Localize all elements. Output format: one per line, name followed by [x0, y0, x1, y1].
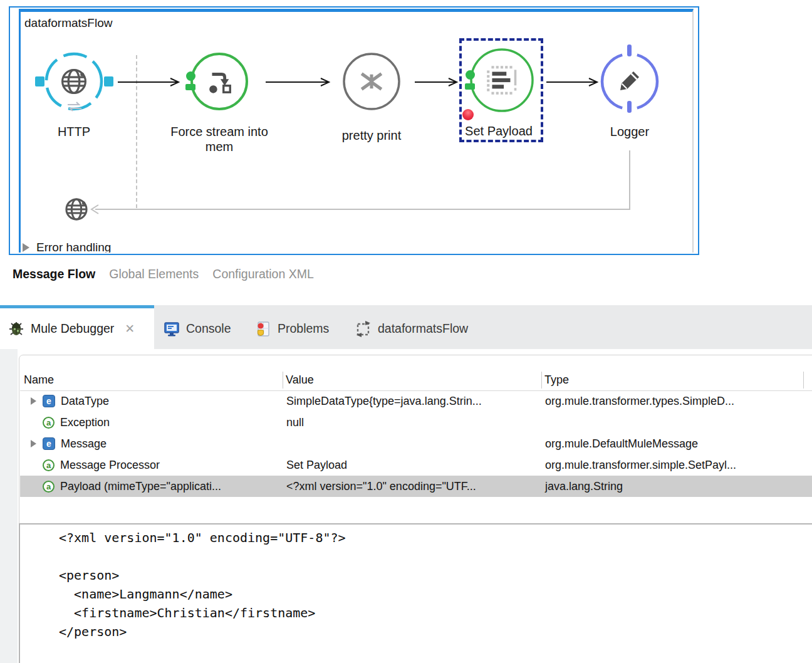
tab-label: Problems: [278, 321, 329, 336]
variable-value: null: [283, 416, 541, 429]
expander-icon[interactable]: [29, 397, 38, 405]
variable-name: Message Processor: [60, 459, 160, 472]
collapse-arrow-icon[interactable]: [23, 243, 29, 252]
cell-name: aMessage Processor: [20, 459, 283, 472]
column-header-type[interactable]: Type: [544, 373, 569, 387]
variable-name: Exception: [60, 416, 110, 429]
tab-label: Console: [186, 321, 231, 336]
pencil-icon: [616, 68, 643, 95]
column-divider[interactable]: [283, 372, 283, 389]
expander-icon[interactable]: [29, 439, 38, 448]
debugger-table-row[interactable]: eDataTypeSimpleDataType{type=java.lang.S…: [20, 390, 812, 412]
expander-spacer: [29, 461, 38, 469]
breakpoint-indicator[interactable]: [462, 109, 474, 120]
console-icon: [163, 320, 180, 338]
variable-value: <?xml version="1.0" encoding="UTF...: [283, 480, 541, 493]
tab-dataformatsflow[interactable]: dataformatsFlow: [355, 308, 468, 349]
column-header-value[interactable]: Value: [286, 373, 314, 387]
cell-name: eMessage: [20, 437, 283, 451]
request-response-icon: [65, 100, 84, 113]
column-divider[interactable]: [803, 372, 804, 389]
table-header: Name Value Type: [20, 370, 812, 391]
globe-icon: [59, 66, 89, 97]
inbound-connector-square: [185, 84, 195, 90]
node-label-pretty-print: pretty print: [332, 128, 411, 143]
tab-message-flow[interactable]: Message Flow: [13, 267, 95, 281]
tab-problems[interactable]: Problems: [254, 308, 329, 349]
cell-name: eDataType: [20, 395, 283, 408]
debugger-table-row[interactable]: aPayload (mimeType="applicati...<?xml ve…: [20, 476, 812, 497]
node-label-logger: Logger: [598, 124, 661, 139]
variable-value: SimpleDataType{type=java.lang.Strin...: [283, 395, 541, 408]
column-header-name[interactable]: Name: [24, 373, 54, 387]
node-label-http: HTTP: [43, 124, 105, 139]
node-label-set-payload: Set Payload: [459, 123, 538, 138]
tab-label: Mule Debugger: [31, 321, 114, 336]
tab-global-elements[interactable]: Global Elements: [109, 267, 199, 281]
flow-icon: [355, 320, 372, 338]
byte-stream-icon: [205, 67, 234, 96]
inbound-connector-square: [465, 83, 475, 90]
cell-name: aException: [20, 416, 283, 429]
tab-console[interactable]: Console: [163, 308, 231, 349]
flow-connector-arrow: [118, 77, 180, 87]
logger-bottom-notch: [627, 101, 632, 113]
close-icon[interactable]: ✕: [125, 321, 135, 336]
tab-configuration-xml[interactable]: Configuration XML: [212, 267, 314, 281]
problems-icon: [254, 320, 272, 338]
transformer-icon: [355, 65, 388, 98]
tab-mule-debugger[interactable]: Mule Debugger ✕: [0, 308, 154, 349]
attribute-type-icon: a: [43, 417, 55, 429]
flow-connector-arrow: [546, 77, 599, 87]
element-type-icon: e: [43, 437, 55, 450]
variable-type: org.mule.DefaultMuleMessage: [541, 437, 812, 451]
return-flow-line-horizontal: [95, 209, 630, 210]
return-flow-line-vertical: [629, 150, 630, 209]
bug-icon: [8, 320, 25, 338]
set-payload-icon: [484, 62, 520, 98]
variable-name: Message: [61, 437, 107, 451]
element-type-icon: e: [43, 395, 55, 407]
flow-connector-arrow: [415, 77, 459, 87]
node-label-force-stream: Force stream into mem: [160, 124, 279, 154]
cell-name: aPayload (mimeType="applicati...: [20, 480, 283, 493]
panel-left-gutter: [0, 349, 18, 663]
debugger-table-row[interactable]: eMessageorg.mule.DefaultMuleMessage: [20, 433, 812, 454]
payload-xml-code: <?xml version="1.0" encoding="UTF-8"?> <…: [20, 525, 812, 641]
flow-title: dataformatsFlow: [24, 16, 112, 30]
response-globe-icon: [63, 196, 90, 222]
column-divider[interactable]: [541, 372, 542, 389]
variable-type: java.lang.String: [541, 480, 812, 493]
expander-spacer: [29, 482, 38, 491]
http-right-port: [104, 76, 113, 86]
variable-type: org.mule.transformer.types.SimpleD...: [541, 395, 812, 408]
tab-label: dataformatsFlow: [378, 321, 468, 336]
editor-view-tabs: Message Flow Global Elements Configurati…: [13, 267, 314, 281]
error-handling-label: Error handling: [36, 241, 111, 253]
expander-spacer: [29, 418, 38, 427]
debugger-rows: eDataTypeSimpleDataType{type=java.lang.S…: [20, 390, 812, 497]
variable-name: Payload (mimeType="applicati...: [60, 480, 221, 493]
attribute-type-icon: a: [43, 459, 55, 471]
return-arrowhead-icon: [90, 204, 100, 215]
inbound-connector-dot: [466, 70, 475, 80]
flow-canvas: dataformatsFlow HTTP: [19, 9, 694, 253]
inbound-connector-dot: [186, 71, 195, 81]
variable-name: DataType: [61, 395, 109, 408]
variable-type: org.mule.transformer.simple.SetPayl...: [541, 459, 812, 472]
debugger-table-row[interactable]: aExceptionnull: [20, 412, 812, 433]
http-left-port: [35, 76, 44, 86]
error-handling-section[interactable]: Error handling: [23, 241, 111, 253]
logger-top-notch: [627, 44, 632, 56]
attribute-type-icon: a: [43, 481, 55, 493]
debugger-table-row[interactable]: aMessage ProcessorSet Payloadorg.mule.tr…: [20, 454, 812, 476]
variable-value: Set Payload: [283, 459, 541, 472]
flow-connector-arrow: [266, 77, 331, 87]
payload-preview-pane[interactable]: <?xml version="1.0" encoding="UTF-8"?> <…: [19, 523, 812, 663]
